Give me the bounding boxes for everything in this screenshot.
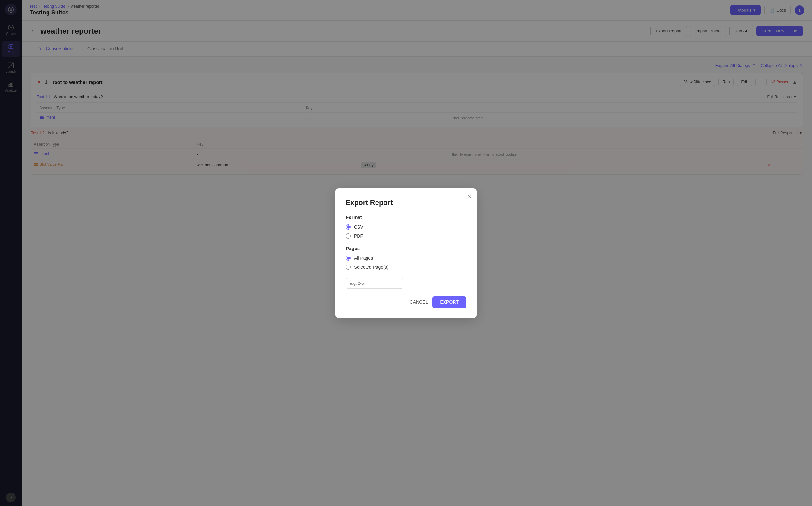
pages-all-label: All Pages [354,256,373,261]
pages-all-radio[interactable] [346,256,351,261]
pages-selected-label: Selected Page(s) [354,264,388,270]
pages-section-label: Pages [346,246,466,251]
modal-overlay[interactable]: × Export Report Format CSV PDF Pages All… [0,0,812,506]
format-pdf-option[interactable]: PDF [346,234,466,239]
format-pdf-label: PDF [354,234,363,239]
modal-actions: CANCEL EXPORT [346,296,466,308]
pages-all-option[interactable]: All Pages [346,256,466,261]
pages-selected-option[interactable]: Selected Page(s) [346,264,466,270]
format-section-label: Format [346,215,466,220]
format-csv-label: CSV [354,225,363,230]
format-pdf-radio[interactable] [346,234,351,239]
page-range-input[interactable] [346,278,403,288]
pages-selected-radio[interactable] [346,264,351,270]
export-report-modal: × Export Report Format CSV PDF Pages All… [335,188,477,318]
modal-title: Export Report [346,198,466,207]
format-radio-group: CSV PDF [346,225,466,239]
modal-close-button[interactable]: × [468,193,471,200]
export-button[interactable]: EXPORT [432,296,466,308]
pages-radio-group: All Pages Selected Page(s) [346,256,466,270]
cancel-button[interactable]: CANCEL [410,300,428,305]
format-csv-radio[interactable] [346,225,351,230]
format-csv-option[interactable]: CSV [346,225,466,230]
